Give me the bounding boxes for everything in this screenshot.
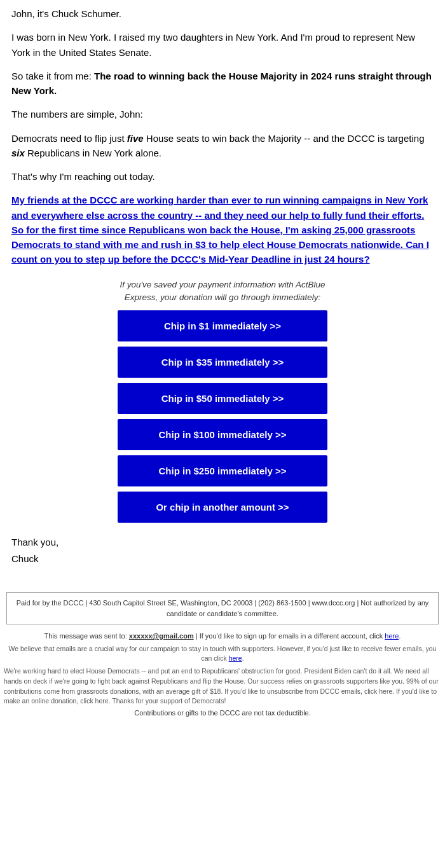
p4-six: six bbox=[11, 148, 25, 158]
p5-text: That's why I'm reaching out today. bbox=[11, 171, 155, 182]
fewer-emails-here-link[interactable]: here bbox=[229, 654, 242, 662]
footer-unsubscribe: We're working hard to elect House Democr… bbox=[4, 666, 441, 706]
greeting-text: John, it's Chuck Schumer. bbox=[11, 8, 121, 19]
thank-you-text: Thank you, bbox=[11, 534, 434, 551]
footer-nontax: Contributions or gifts to the DCCC are n… bbox=[4, 709, 441, 717]
sent-to-here-link[interactable]: here bbox=[385, 632, 399, 640]
chip-35-button[interactable]: Chip in $35 immediately >> bbox=[118, 347, 327, 378]
p4-paragraph: Democrats need to flip just five House s… bbox=[11, 131, 434, 161]
p1-text: I was born in New York. I raised my two … bbox=[11, 32, 415, 57]
footer-sent-to: This message was sent to: xxxxxx@gmail.c… bbox=[6, 631, 439, 642]
p1-paragraph: I was born in New York. I raised my two … bbox=[11, 30, 434, 60]
chip-custom-button[interactable]: Or chip in another amount >> bbox=[118, 492, 327, 523]
actblue-line2: Express, your donation will go through i… bbox=[125, 293, 320, 302]
closing-section: Thank you, Chuck bbox=[11, 534, 434, 567]
footer-fewer-emails: We believe that emails are a crucial way… bbox=[4, 644, 441, 665]
sent-to-prefix: This message was sent to: bbox=[44, 632, 129, 640]
sent-to-email: xxxxxx@gmail.com bbox=[129, 632, 194, 640]
email-body: John, it's Chuck Schumer. I was born in … bbox=[0, 0, 445, 573]
footer-paid-for-text: Paid for by the DCCC | 430 South Capitol… bbox=[17, 599, 429, 617]
cta-link-block[interactable]: My friends at the DCCC are working harde… bbox=[11, 193, 434, 266]
closing-name: Chuck bbox=[11, 551, 434, 567]
p3-text: The numbers are simple, John: bbox=[11, 109, 143, 120]
p2-prefix: So take it from me: bbox=[11, 71, 94, 81]
chip-50-button[interactable]: Chip in $50 immediately >> bbox=[118, 383, 327, 414]
actblue-note: If you've saved your payment information… bbox=[11, 279, 434, 305]
nontax-text: Contributions or gifts to the DCCC are n… bbox=[134, 709, 311, 717]
unsubscribe-text: We're working hard to elect House Democr… bbox=[4, 667, 439, 705]
actblue-line1: If you've saved your payment information… bbox=[120, 280, 325, 289]
p4-suffix: Republicans in New York alone. bbox=[25, 148, 161, 158]
cta-link-text: My friends at the DCCC are working harde… bbox=[11, 195, 429, 265]
chip-1-button[interactable]: Chip in $1 immediately >> bbox=[118, 310, 327, 341]
chip-100-button[interactable]: Chip in $100 immediately >> bbox=[118, 419, 327, 450]
sent-to-period: . bbox=[399, 632, 400, 640]
greeting-paragraph: John, it's Chuck Schumer. bbox=[11, 6, 434, 21]
p3-paragraph: The numbers are simple, John: bbox=[11, 107, 434, 121]
p4-five: five bbox=[127, 133, 144, 144]
p2-paragraph: So take it from me: The road to winning … bbox=[11, 69, 434, 99]
p4-mid: House seats to win back the Majority -- … bbox=[144, 133, 425, 144]
p5-paragraph: That's why I'm reaching out today. bbox=[11, 169, 434, 184]
sent-to-mid: | If you'd like to sign up for emails in… bbox=[194, 632, 385, 640]
cta-link[interactable]: My friends at the DCCC are working harde… bbox=[11, 195, 429, 265]
donation-buttons-container: Chip in $1 immediately >> Chip in $35 im… bbox=[11, 310, 434, 523]
p4-prefix: Democrats need to flip just bbox=[11, 133, 127, 144]
fewer-emails-suffix: . bbox=[242, 654, 244, 662]
chip-250-button[interactable]: Chip in $250 immediately >> bbox=[118, 455, 327, 486]
footer-paid-for-box: Paid for by the DCCC | 430 South Capitol… bbox=[6, 592, 439, 624]
fewer-emails-prefix: We believe that emails are a crucial way… bbox=[9, 645, 437, 663]
